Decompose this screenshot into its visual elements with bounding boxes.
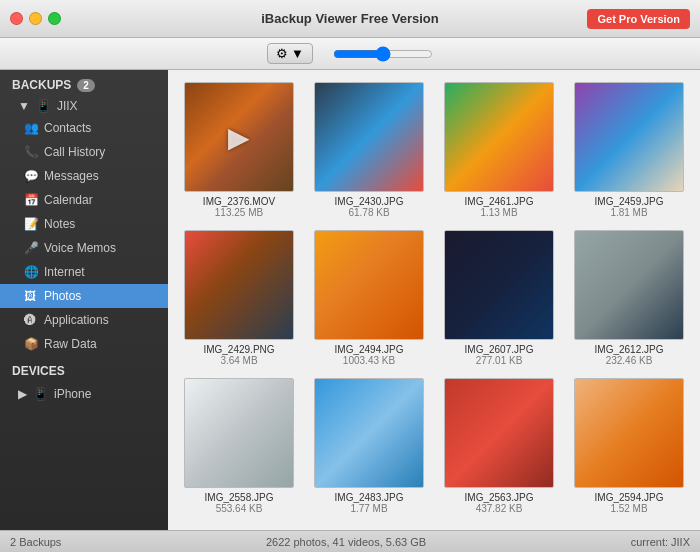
play-icon: ▶ bbox=[228, 121, 250, 154]
photo-size-5: 1003.43 KB bbox=[343, 355, 395, 366]
gear-icon: ⚙ bbox=[276, 46, 288, 61]
statusbar: 2 Backups 2622 photos, 41 videos, 5.63 G… bbox=[0, 530, 700, 552]
voice-memos-icon: 🎤 bbox=[24, 241, 38, 255]
close-button[interactable] bbox=[10, 12, 23, 25]
sidebar-label-notes: Notes bbox=[44, 217, 75, 231]
photo-info-label: 2622 photos, 41 videos, 5.63 GB bbox=[266, 536, 426, 548]
photo-name-9: IMG_2483.JPG bbox=[335, 492, 404, 503]
internet-icon: 🌐 bbox=[24, 265, 38, 279]
sidebar-label-voice-memos: Voice Memos bbox=[44, 241, 116, 255]
photo-thumb-11 bbox=[574, 378, 684, 488]
photo-item-10[interactable]: IMG_2563.JPG437.82 KB bbox=[440, 378, 558, 514]
photo-size-9: 1.77 MB bbox=[350, 503, 387, 514]
iphone-label: iPhone bbox=[54, 387, 91, 401]
app-title: iBackup Viewer Free Version bbox=[261, 11, 439, 26]
photo-size-1: 61.78 KB bbox=[348, 207, 389, 218]
titlebar: iBackup Viewer Free Version Get Pro Vers… bbox=[0, 0, 700, 38]
pro-version-button[interactable]: Get Pro Version bbox=[587, 9, 690, 29]
messages-icon: 💬 bbox=[24, 169, 38, 183]
photo-thumb-3 bbox=[574, 82, 684, 192]
photo-item-7[interactable]: IMG_2612.JPG232.46 KB bbox=[570, 230, 688, 366]
photo-thumb-5 bbox=[314, 230, 424, 340]
sidebar-item-call-history[interactable]: 📞 Call History bbox=[0, 140, 168, 164]
photo-thumb-6 bbox=[444, 230, 554, 340]
main-area: BACKUPS 2 ▼ 📱 JIIX 👥 Contacts 📞 Call His… bbox=[0, 70, 700, 530]
photos-icon: 🖼 bbox=[24, 289, 38, 303]
photo-name-8: IMG_2558.JPG bbox=[205, 492, 274, 503]
sidebar-label-call-history: Call History bbox=[44, 145, 105, 159]
photo-size-6: 277.01 KB bbox=[476, 355, 523, 366]
sidebar-device-jiix[interactable]: ▼ 📱 JIIX bbox=[0, 96, 168, 116]
photo-name-11: IMG_2594.JPG bbox=[595, 492, 664, 503]
applications-icon: 🅐 bbox=[24, 313, 38, 327]
sidebar-label-contacts: Contacts bbox=[44, 121, 91, 135]
backups-label: BACKUPS bbox=[12, 78, 71, 92]
triangle-icon: ▶ bbox=[18, 387, 27, 401]
photo-name-2: IMG_2461.JPG bbox=[465, 196, 534, 207]
minimize-button[interactable] bbox=[29, 12, 42, 25]
sidebar-item-calendar[interactable]: 📅 Calendar bbox=[0, 188, 168, 212]
photo-size-10: 437.82 KB bbox=[476, 503, 523, 514]
devices-section-header: DEVICES bbox=[0, 356, 168, 382]
photo-name-4: IMG_2429.PNG bbox=[203, 344, 274, 355]
maximize-button[interactable] bbox=[48, 12, 61, 25]
sidebar-label-calendar: Calendar bbox=[44, 193, 93, 207]
iphone-device-icon: 📱 bbox=[33, 387, 48, 401]
sidebar-label-raw-data: Raw Data bbox=[44, 337, 97, 351]
content-area: ▶IMG_2376.MOV113.25 MBIMG_2430.JPG61.78 … bbox=[168, 70, 700, 530]
sidebar-label-internet: Internet bbox=[44, 265, 85, 279]
gear-button[interactable]: ⚙ ▼ bbox=[267, 43, 313, 64]
sidebar-item-contacts[interactable]: 👥 Contacts bbox=[0, 116, 168, 140]
photo-item-9[interactable]: IMG_2483.JPG1.77 MB bbox=[310, 378, 428, 514]
calendar-icon: 📅 bbox=[24, 193, 38, 207]
photo-size-7: 232.46 KB bbox=[606, 355, 653, 366]
device-icon: 📱 bbox=[36, 99, 51, 113]
current-device-label: current: JIIX bbox=[631, 536, 690, 548]
sidebar-label-applications: Applications bbox=[44, 313, 109, 327]
notes-icon: 📝 bbox=[24, 217, 38, 231]
photo-item-11[interactable]: IMG_2594.JPG1.52 MB bbox=[570, 378, 688, 514]
devices-label: DEVICES bbox=[12, 364, 65, 378]
sidebar: BACKUPS 2 ▼ 📱 JIIX 👥 Contacts 📞 Call His… bbox=[0, 70, 168, 530]
photo-thumb-7 bbox=[574, 230, 684, 340]
sidebar-label-photos: Photos bbox=[44, 289, 81, 303]
sidebar-item-voice-memos[interactable]: 🎤 Voice Memos bbox=[0, 236, 168, 260]
photo-size-11: 1.52 MB bbox=[610, 503, 647, 514]
call-history-icon: 📞 bbox=[24, 145, 38, 159]
sidebar-item-internet[interactable]: 🌐 Internet bbox=[0, 260, 168, 284]
photo-item-6[interactable]: IMG_2607.JPG277.01 KB bbox=[440, 230, 558, 366]
sidebar-item-photos[interactable]: 🖼 Photos bbox=[0, 284, 168, 308]
device-label: JIIX bbox=[57, 99, 78, 113]
photo-item-2[interactable]: IMG_2461.JPG1.13 MB bbox=[440, 82, 558, 218]
sidebar-item-notes[interactable]: 📝 Notes bbox=[0, 212, 168, 236]
photo-item-4[interactable]: IMG_2429.PNG3.64 MB bbox=[180, 230, 298, 366]
sidebar-item-iphone[interactable]: ▶ 📱 iPhone bbox=[0, 382, 168, 406]
photo-thumb-1 bbox=[314, 82, 424, 192]
photo-name-10: IMG_2563.JPG bbox=[465, 492, 534, 503]
photo-item-3[interactable]: IMG_2459.JPG1.81 MB bbox=[570, 82, 688, 218]
photo-item-8[interactable]: IMG_2558.JPG553.64 KB bbox=[180, 378, 298, 514]
photo-item-5[interactable]: IMG_2494.JPG1003.43 KB bbox=[310, 230, 428, 366]
photo-name-6: IMG_2607.JPG bbox=[465, 344, 534, 355]
sidebar-item-raw-data[interactable]: 📦 Raw Data bbox=[0, 332, 168, 356]
photo-item-1[interactable]: IMG_2430.JPG61.78 KB bbox=[310, 82, 428, 218]
backups-section-header: BACKUPS 2 bbox=[0, 70, 168, 96]
photo-item-0[interactable]: ▶IMG_2376.MOV113.25 MB bbox=[180, 82, 298, 218]
zoom-slider[interactable] bbox=[333, 46, 433, 62]
sidebar-item-applications[interactable]: 🅐 Applications bbox=[0, 308, 168, 332]
backups-badge: 2 bbox=[77, 79, 95, 92]
photo-name-0: IMG_2376.MOV bbox=[203, 196, 275, 207]
photo-thumb-0: ▶ bbox=[184, 82, 294, 192]
backups-count-label: 2 Backups bbox=[10, 536, 61, 548]
sidebar-label-messages: Messages bbox=[44, 169, 99, 183]
photo-size-2: 1.13 MB bbox=[480, 207, 517, 218]
photo-thumb-8 bbox=[184, 378, 294, 488]
photo-size-3: 1.81 MB bbox=[610, 207, 647, 218]
photo-size-0: 113.25 MB bbox=[215, 207, 263, 218]
photo-thumb-10 bbox=[444, 378, 554, 488]
photo-size-4: 3.64 MB bbox=[220, 355, 257, 366]
triangle-icon: ▼ bbox=[18, 99, 30, 113]
sidebar-item-messages[interactable]: 💬 Messages bbox=[0, 164, 168, 188]
photo-thumb-2 bbox=[444, 82, 554, 192]
photo-thumb-4 bbox=[184, 230, 294, 340]
